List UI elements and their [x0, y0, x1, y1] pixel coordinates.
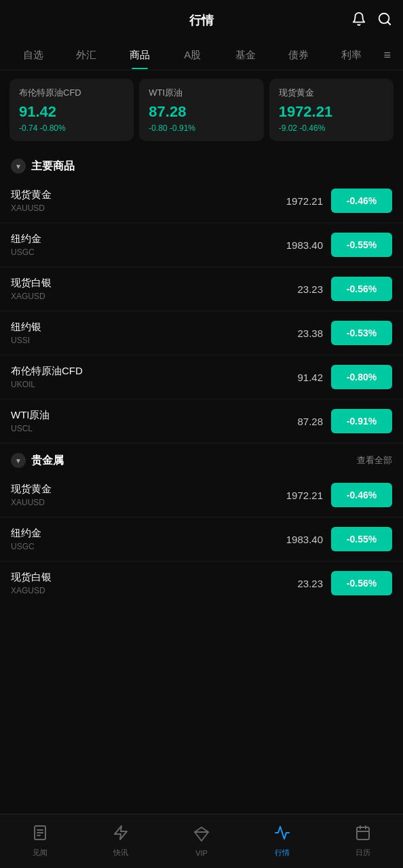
list-item[interactable]: 现货白银 XAGUSD 23.23 -0.56%: [0, 267, 403, 311]
page-title: 行情: [189, 12, 214, 28]
list-item[interactable]: 现货黄金 XAUUSD 1972.21 -0.46%: [0, 179, 403, 223]
item-info: 布伦特原油CFD UKOIL: [11, 365, 167, 389]
item-badge: -0.53%: [331, 321, 392, 345]
ticker-card-wti-change: -0.80 -0.91%: [149, 123, 254, 133]
item-price: 91.42: [167, 372, 331, 383]
item-badge: -0.46%: [331, 189, 392, 213]
item-price: 1972.21: [167, 490, 331, 501]
nav-tabs: 自选 外汇 商品 A股 基金 债券 利率 ≡: [0, 41, 403, 71]
ticker-card-wti-name: WTI原油: [149, 87, 254, 99]
ticker-card-wti[interactable]: WTI原油 87.28 -0.80 -0.91%: [139, 79, 263, 141]
main-section-header: ▼ 主要商品: [0, 149, 403, 179]
item-price: 23.23: [167, 283, 331, 295]
item-info: 纽约金 USGC: [11, 233, 167, 257]
list-item-partial[interactable]: 现货白银 XAGUSD 23.23 -0.56%: [0, 561, 403, 605]
bottom-nav-rili[interactable]: 日历: [322, 825, 403, 858]
item-name: 现货黄金: [11, 189, 167, 201]
item-name: 现货白银: [11, 277, 167, 290]
item-sub: USSI: [11, 336, 167, 345]
precious-section-toggle[interactable]: ▼: [11, 453, 26, 468]
ticker-card-brent[interactable]: 布伦特原油CFD 91.42 -0.74 -0.80%: [9, 79, 134, 141]
bottom-nav-kuaixun-label: 快讯: [113, 848, 128, 858]
item-badge: -0.91%: [331, 409, 392, 433]
item-sub: XAGUSD: [11, 586, 167, 595]
bell-icon[interactable]: [351, 12, 366, 30]
header: 行情: [0, 0, 403, 41]
main-items-list: 现货黄金 XAUUSD 1972.21 -0.46% 纽约金 USGC 1983…: [0, 179, 403, 443]
item-price: 1983.40: [167, 534, 331, 545]
item-info: 纽约银 USSI: [11, 321, 167, 345]
precious-view-all-link[interactable]: 查看全部: [357, 454, 392, 467]
item-price: 1972.21: [167, 195, 331, 207]
item-sub: USGC: [11, 248, 167, 257]
svg-rect-8: [357, 827, 369, 840]
item-sub: XAUUSD: [11, 203, 167, 213]
bottom-nav-jianwen[interactable]: 见闻: [0, 825, 81, 858]
bottom-nav: 见闻 快讯 VIP 行情: [0, 814, 403, 868]
precious-items-list: 现货黄金 XAUUSD 1972.21 -0.46% 纽约金 USGC 1983…: [0, 473, 403, 605]
list-item[interactable]: 纽约银 USSI 23.38 -0.53%: [0, 311, 403, 355]
ticker-card-gold-name: 现货黄金: [279, 87, 384, 99]
svg-line-1: [387, 22, 390, 24]
svg-marker-6: [115, 826, 127, 840]
item-info: 现货黄金 XAUUSD: [11, 189, 167, 213]
chart-icon: [274, 825, 290, 845]
item-name: 纽约银: [11, 321, 167, 334]
header-icons: [351, 12, 392, 30]
calendar-icon: [355, 825, 371, 845]
item-name: 纽约金: [11, 233, 167, 245]
ticker-card-brent-name: 布伦特原油CFD: [19, 87, 124, 99]
ticker-card-wti-price: 87.28: [149, 103, 254, 121]
bottom-nav-vip[interactable]: VIP: [161, 826, 242, 857]
diamond-icon: [193, 826, 210, 846]
precious-section-title-group: ▼ 贵金属: [11, 453, 64, 468]
list-item[interactable]: 纽约金 USGC 1983.40 -0.55%: [0, 517, 403, 561]
main-section-toggle[interactable]: ▼: [11, 159, 26, 174]
list-item[interactable]: 纽约金 USGC 1983.40 -0.55%: [0, 223, 403, 267]
list-item[interactable]: WTI原油 USCL 87.28 -0.91%: [0, 399, 403, 443]
bottom-nav-jianwen-label: 见闻: [33, 848, 47, 858]
more-menu-button[interactable]: ≡: [379, 41, 397, 69]
tab-lilv[interactable]: 利率: [325, 42, 378, 68]
item-sub: USCL: [11, 424, 167, 433]
item-price: 87.28: [167, 416, 331, 427]
item-badge: -0.80%: [331, 365, 392, 389]
bottom-nav-hangqing[interactable]: 行情: [242, 825, 322, 858]
bottom-nav-rili-label: 日历: [356, 848, 370, 858]
item-info: 现货黄金 XAUUSD: [11, 483, 167, 507]
item-badge: -0.56%: [331, 571, 392, 595]
tab-shangpin[interactable]: 商品: [113, 42, 166, 68]
item-name: 布伦特原油CFD: [11, 365, 167, 378]
tab-waihui[interactable]: 外汇: [60, 42, 113, 68]
ticker-card-brent-change: -0.74 -0.80%: [19, 123, 124, 133]
item-name: 纽约金: [11, 527, 167, 540]
bottom-nav-kuaixun[interactable]: 快讯: [81, 825, 161, 858]
ticker-card-gold-change: -9.02 -0.46%: [279, 123, 384, 133]
ticker-card-gold[interactable]: 现货黄金 1972.21 -9.02 -0.46%: [269, 79, 394, 141]
list-item[interactable]: 现货黄金 XAUUSD 1972.21 -0.46%: [0, 473, 403, 517]
ticker-card-gold-price: 1972.21: [279, 103, 384, 121]
doc-icon: [32, 825, 48, 845]
item-name: WTI原油: [11, 409, 167, 422]
item-badge: -0.46%: [331, 483, 392, 507]
item-info: WTI原油 USCL: [11, 409, 167, 433]
tab-zhaiquan[interactable]: 债券: [272, 42, 325, 68]
main-section-title: 主要商品: [31, 159, 75, 174]
item-badge: -0.55%: [331, 527, 392, 551]
item-info: 现货白银 XAGUSD: [11, 277, 167, 301]
tab-agu[interactable]: A股: [166, 42, 219, 68]
main-section-title-group: ▼ 主要商品: [11, 159, 75, 174]
item-badge: -0.55%: [331, 233, 392, 257]
precious-section-title: 贵金属: [31, 454, 64, 468]
list-item[interactable]: 布伦特原油CFD UKOIL 91.42 -0.80%: [0, 355, 403, 399]
item-name: 现货黄金: [11, 483, 167, 496]
search-icon[interactable]: [377, 12, 392, 30]
item-sub: XAUUSD: [11, 498, 167, 507]
item-sub: USGC: [11, 542, 167, 551]
item-name: 现货白银: [11, 571, 167, 584]
tab-zixuan[interactable]: 自选: [7, 42, 60, 68]
item-price: 23.23: [167, 578, 331, 589]
item-info: 现货白银 XAGUSD: [11, 571, 167, 595]
tab-jijin[interactable]: 基金: [219, 42, 272, 68]
item-price: 23.38: [167, 328, 331, 339]
